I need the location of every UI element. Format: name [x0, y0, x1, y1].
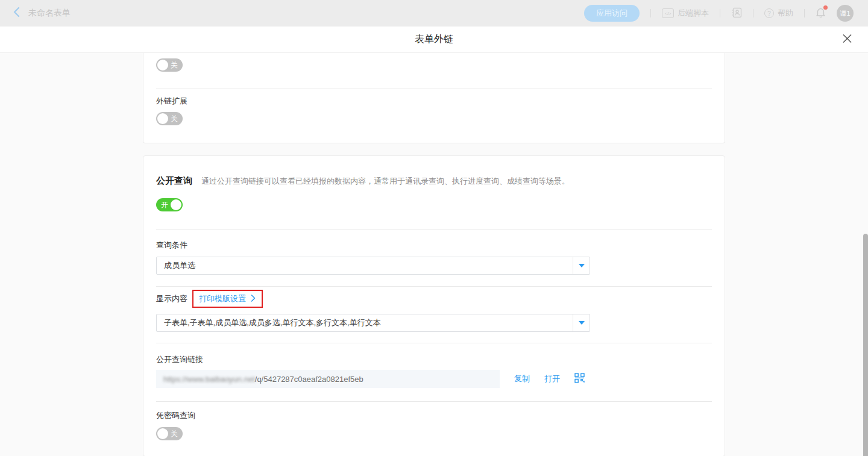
- divider: [156, 401, 712, 402]
- qr-code-button[interactable]: [574, 373, 585, 386]
- clipped-toggle[interactable]: 关: [156, 58, 183, 72]
- toggle-knob: [157, 428, 168, 439]
- public-query-toggle[interactable]: 开: [156, 198, 183, 211]
- password-query-label: 凭密码查询: [156, 410, 712, 421]
- topbar: 未命名表单 应用访问 </> 后端脚本 ? 帮助: [0, 0, 868, 27]
- divider: [156, 89, 712, 89]
- link-extension-label: 外链扩展: [156, 96, 712, 107]
- topbar-separator: [650, 9, 651, 17]
- topbar-separator: [720, 9, 720, 17]
- bell-icon: [816, 9, 826, 19]
- password-query-toggle[interactable]: 关: [156, 427, 183, 440]
- question-circle-icon: ?: [764, 8, 774, 18]
- print-template-settings-link[interactable]: 打印模版设置: [199, 293, 246, 304]
- topbar-separator: [753, 9, 753, 17]
- open-link-button[interactable]: 打开: [544, 373, 560, 384]
- query-condition-select[interactable]: 成员单选: [156, 257, 590, 275]
- toggle-label: 开: [161, 201, 168, 208]
- topbar-separator: [804, 9, 805, 17]
- backend-script-button[interactable]: </> 后端脚本: [662, 8, 709, 19]
- help-label: 帮助: [778, 8, 793, 19]
- modal-body: 关 外链扩展 关 公开查询 通过公开查询链接可以查看已经填报的数据内容，通常用于…: [0, 53, 868, 456]
- public-query-title: 公开查询: [156, 175, 192, 186]
- select-arrow-zone[interactable]: [573, 314, 590, 331]
- copy-link-button[interactable]: 复制: [514, 373, 530, 384]
- select-value: 子表单,子表单,成员单选,成员多选,单行文本,多行文本,单行文本: [157, 314, 573, 331]
- app-access-button[interactable]: 应用访问: [584, 5, 640, 22]
- caret-down-icon: [579, 264, 585, 267]
- backend-script-label: 后端脚本: [678, 8, 709, 19]
- address-book-button[interactable]: [731, 7, 742, 20]
- back-button[interactable]: [13, 7, 20, 20]
- modal-title: 表单外链: [415, 33, 453, 46]
- toggle-knob: [157, 60, 168, 70]
- address-book-icon: [731, 7, 742, 20]
- toggle-label: 关: [171, 61, 178, 69]
- public-query-link-label: 公开查询链接: [156, 354, 712, 365]
- url-masked-prefix: https://www.baibaoyun.net: [163, 375, 255, 384]
- public-query-url: https://www.baibaoyun.net/q/5427287c0aea…: [156, 370, 500, 388]
- public-query-description: 通过公开查询链接可以查看已经填报的数据内容，通常用于通讯录查询、执行进度查询、成…: [201, 176, 570, 187]
- toggle-knob: [171, 199, 181, 210]
- toggle-label: 关: [171, 115, 178, 122]
- notification-badge-dot: [823, 5, 828, 10]
- code-icon: </>: [662, 8, 674, 18]
- help-button[interactable]: ? 帮助: [764, 8, 793, 19]
- select-arrow-zone[interactable]: [573, 257, 590, 274]
- link-extension-toggle[interactable]: 关: [156, 112, 183, 125]
- select-value: 成员单选: [157, 257, 573, 274]
- chevron-right-icon: [251, 293, 256, 304]
- toggle-label: 关: [171, 430, 178, 437]
- toggle-knob: [157, 113, 168, 124]
- display-content-select[interactable]: 子表单,子表单,成员单选,成员多选,单行文本,多行文本,单行文本: [156, 314, 590, 332]
- query-condition-label: 查询条件: [156, 240, 712, 251]
- url-path: /q/5427287c0aeaf2a0821ef5eb: [255, 375, 363, 384]
- close-icon: [842, 33, 852, 46]
- form-title: 未命名表单: [28, 8, 71, 19]
- qr-code-icon: [574, 373, 585, 386]
- public-query-card: 公开查询 通过公开查询链接可以查看已经填报的数据内容，通常用于通讯录查询、执行进…: [143, 155, 725, 456]
- notifications-button[interactable]: [816, 7, 826, 20]
- divider: [156, 286, 712, 287]
- scrollbar-thumb[interactable]: [863, 234, 868, 456]
- display-content-label: 显示内容: [156, 293, 187, 304]
- modal-header: 表单外链: [0, 27, 868, 53]
- divider: [156, 343, 712, 343]
- avatar[interactable]: 谭1: [837, 5, 854, 22]
- chevron-left-icon: [13, 7, 20, 20]
- divider: [156, 230, 712, 230]
- print-template-link-annotation[interactable]: 打印模版设置: [192, 290, 263, 308]
- caret-down-icon: [579, 321, 585, 325]
- close-button[interactable]: [842, 33, 852, 46]
- link-extension-card: 关 外链扩展 关: [143, 53, 725, 143]
